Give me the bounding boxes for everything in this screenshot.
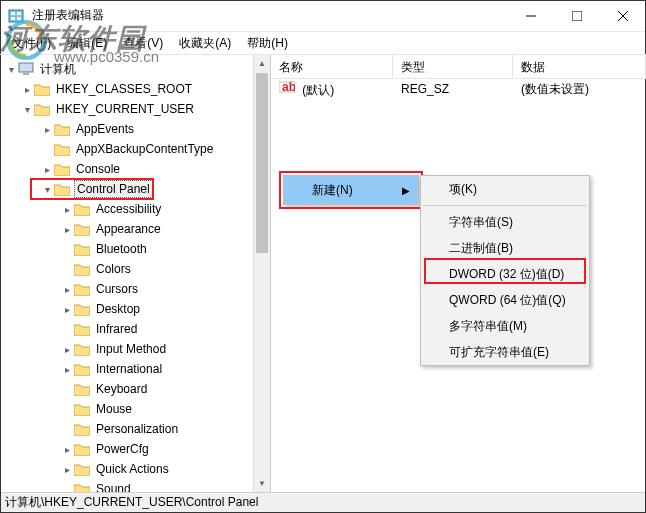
- folder-icon: [74, 422, 90, 436]
- folder-icon: [74, 442, 90, 456]
- folder-icon: [34, 82, 50, 96]
- tree-item[interactable]: HKEY_CURRENT_USER: [54, 101, 196, 117]
- tree-item[interactable]: Bluetooth: [94, 241, 149, 257]
- tree-item[interactable]: Cursors: [94, 281, 140, 297]
- menu-item-expandstring[interactable]: 可扩充字符串值(E): [421, 339, 589, 365]
- value-data: (数值未设置): [513, 81, 646, 98]
- folder-icon: [74, 402, 90, 416]
- folder-icon: [54, 142, 70, 156]
- tree-item[interactable]: Accessibility: [94, 201, 163, 217]
- computer-icon: [18, 62, 34, 76]
- tree-item[interactable]: Sound: [94, 481, 133, 492]
- expand-icon[interactable]: ▸: [60, 304, 74, 315]
- scroll-thumb[interactable]: [256, 73, 268, 253]
- tree-scrollbar[interactable]: ▲ ▼: [253, 55, 270, 492]
- value-type: REG_SZ: [393, 82, 513, 96]
- folder-icon: [34, 102, 50, 116]
- expand-icon[interactable]: ▸: [60, 444, 74, 455]
- folder-icon: [74, 302, 90, 316]
- tree-item[interactable]: PowerCfg: [94, 441, 151, 457]
- tree-item[interactable]: International: [94, 361, 164, 377]
- menu-separator: [423, 205, 587, 206]
- collapse-icon[interactable]: ▾: [20, 104, 34, 115]
- folder-icon: [74, 202, 90, 216]
- tree-panel[interactable]: ▾ 计算机 ▸ HKEY_CLASSES_ROOT ▾ HKEY_CURRENT…: [0, 55, 271, 492]
- tree-item[interactable]: Personalization: [94, 421, 180, 437]
- submenu-arrow-icon: ▶: [402, 185, 410, 196]
- context-menu-new: 新建(N) ▶: [283, 175, 419, 205]
- folder-icon: [74, 462, 90, 476]
- tree-item[interactable]: Console: [74, 161, 122, 177]
- tree-root[interactable]: 计算机: [38, 60, 78, 79]
- tree-item[interactable]: Desktop: [94, 301, 142, 317]
- tree-item[interactable]: Infrared: [94, 321, 139, 337]
- tree-item[interactable]: Input Method: [94, 341, 168, 357]
- column-name[interactable]: 名称: [271, 55, 393, 78]
- menu-item-qword[interactable]: QWORD (64 位)值(Q): [421, 287, 589, 313]
- folder-icon: [74, 482, 90, 492]
- menu-item-multistring[interactable]: 多字符串值(M): [421, 313, 589, 339]
- tree-item[interactable]: HKEY_CLASSES_ROOT: [54, 81, 194, 97]
- expand-icon[interactable]: ▾: [4, 64, 18, 75]
- tree-item[interactable]: Keyboard: [94, 381, 149, 397]
- collapse-icon[interactable]: ▾: [40, 184, 54, 195]
- menu-item-dword[interactable]: DWORD (32 位)值(D): [421, 261, 589, 287]
- expand-icon[interactable]: ▸: [60, 464, 74, 475]
- value-name: (默认): [302, 83, 334, 97]
- svg-rect-9: [19, 63, 33, 72]
- svg-text:ab: ab: [282, 80, 295, 94]
- folder-icon: [74, 222, 90, 236]
- status-path: 计算机\HKEY_CURRENT_USER\Control Panel: [5, 494, 258, 511]
- expand-icon[interactable]: ▸: [40, 124, 54, 135]
- expand-icon[interactable]: ▸: [40, 164, 54, 175]
- tree-item[interactable]: Mouse: [94, 401, 134, 417]
- folder-icon: [74, 362, 90, 376]
- menu-item-new[interactable]: 新建(N) ▶: [284, 176, 418, 204]
- expand-icon[interactable]: ▸: [60, 204, 74, 215]
- folder-icon: [74, 342, 90, 356]
- folder-icon: [74, 262, 90, 276]
- list-row[interactable]: ab (默认) REG_SZ (数值未设置): [271, 79, 646, 99]
- expand-icon[interactable]: ▸: [60, 284, 74, 295]
- folder-icon: [74, 322, 90, 336]
- menu-item-key[interactable]: 项(K): [421, 176, 589, 202]
- tree-item[interactable]: Colors: [94, 261, 133, 277]
- tree-item[interactable]: Appearance: [94, 221, 163, 237]
- column-type[interactable]: 类型: [393, 55, 513, 78]
- context-submenu-new: 项(K) 字符串值(S) 二进制值(B) DWORD (32 位)值(D) QW…: [420, 175, 590, 366]
- menu-item-binary[interactable]: 二进制值(B): [421, 235, 589, 261]
- folder-icon: [54, 162, 70, 176]
- tree-item[interactable]: AppEvents: [74, 121, 136, 137]
- scroll-down-icon[interactable]: ▼: [254, 475, 270, 492]
- statusbar: 计算机\HKEY_CURRENT_USER\Control Panel: [1, 492, 645, 512]
- tree-item-control-panel[interactable]: Control Panel: [74, 180, 153, 198]
- folder-icon: [54, 182, 70, 196]
- tree-item[interactable]: AppXBackupContentType: [74, 141, 215, 157]
- folder-icon: [74, 242, 90, 256]
- expand-icon[interactable]: ▸: [20, 84, 34, 95]
- string-value-icon: ab: [279, 80, 295, 94]
- folder-icon: [74, 282, 90, 296]
- expand-icon[interactable]: ▸: [60, 344, 74, 355]
- folder-icon: [74, 382, 90, 396]
- scroll-up-icon[interactable]: ▲: [254, 55, 270, 72]
- tree-item[interactable]: Quick Actions: [94, 461, 171, 477]
- menu-item-string[interactable]: 字符串值(S): [421, 209, 589, 235]
- column-data[interactable]: 数据: [513, 55, 646, 78]
- folder-icon: [54, 122, 70, 136]
- svg-rect-10: [23, 73, 29, 75]
- expand-icon[interactable]: ▸: [60, 224, 74, 235]
- expand-icon[interactable]: ▸: [60, 364, 74, 375]
